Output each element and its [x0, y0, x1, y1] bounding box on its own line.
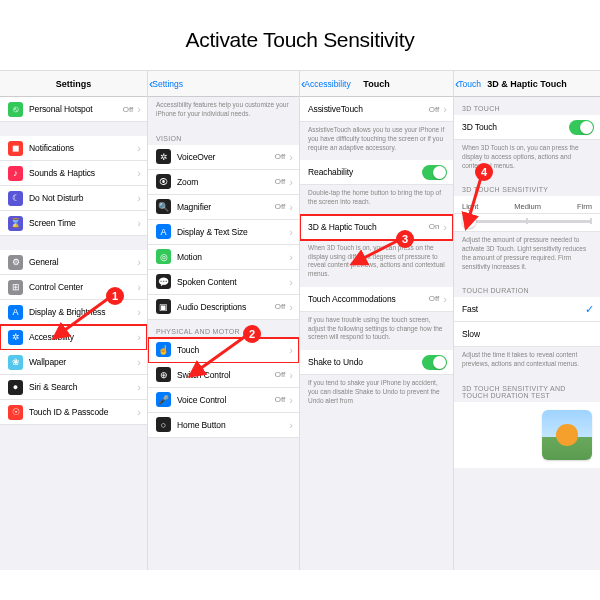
touch-row[interactable]: Shake to Undo [300, 350, 453, 375]
row-label: Touch [177, 345, 287, 355]
chevron-right-icon: › [137, 381, 141, 393]
settings-row[interactable]: ◎Motion› [148, 245, 299, 270]
settings-row[interactable]: ○Home Button› [148, 413, 299, 438]
row-label: Notifications [29, 143, 135, 153]
app-icon: 🎤 [156, 392, 171, 407]
app-icon: ⚙ [8, 255, 23, 270]
settings-row[interactable]: ❀Wallpaper› [0, 350, 147, 375]
settings-row[interactable]: ♪Sounds & Haptics› [0, 161, 147, 186]
chevron-right-icon: › [443, 293, 447, 305]
app-icon: ○ [156, 417, 171, 432]
settings-row[interactable]: ☾Do Not Disturb› [0, 186, 147, 211]
chevron-right-icon: › [137, 281, 141, 293]
panel-accessibility: ‹Settings Accessibility features help yo… [148, 71, 300, 570]
header-3d: ‹Touch 3D & Haptic Touch [454, 71, 600, 97]
settings-row[interactable]: ☉Touch ID & Passcode› [0, 400, 147, 425]
settings-row[interactable]: ⊕Switch ControlOff› [148, 363, 299, 388]
settings-row[interactable]: ●Siri & Search› [0, 375, 147, 400]
row-value: Off [123, 105, 134, 114]
flower-test-image[interactable] [542, 410, 592, 460]
row-label: Display & Brightness [29, 307, 135, 317]
row-label: Fast [462, 304, 585, 314]
chevron-right-icon: › [289, 201, 293, 213]
toggle-switch[interactable] [422, 355, 447, 370]
row-description: If you have trouble using the touch scre… [300, 312, 453, 350]
touch-row[interactable]: Reachability [300, 160, 453, 185]
toggle-switch[interactable] [569, 120, 594, 135]
app-icon: ● [8, 380, 23, 395]
settings-row[interactable]: ▣Audio DescriptionsOff› [148, 295, 299, 320]
chevron-right-icon: › [137, 103, 141, 115]
duration-row[interactable]: Slow [454, 322, 600, 347]
back-button[interactable]: ‹Settings [149, 77, 183, 90]
settings-row[interactable]: 💬Spoken Content› [148, 270, 299, 295]
app-icon: ☾ [8, 191, 23, 206]
row-value: Off [275, 152, 286, 161]
chevron-right-icon: › [137, 167, 141, 179]
settings-row[interactable]: ⎋Personal HotspotOff› [0, 97, 147, 122]
duration-row[interactable]: Fast✓ [454, 297, 600, 322]
settings-row[interactable]: 🎤Voice ControlOff› [148, 388, 299, 413]
row-label: Spoken Content [177, 277, 287, 287]
group-sensitivity-label: 3D TOUCH SENSITIVITY [454, 178, 600, 196]
chevron-right-icon: › [289, 419, 293, 431]
test-image-row [454, 402, 600, 468]
row-label: Screen Time [29, 218, 135, 228]
app-icon: ⊕ [156, 367, 171, 382]
row-label: Motion [177, 252, 287, 262]
header-title: 3D & Haptic Touch [487, 79, 566, 89]
accessibility-desc: Accessibility features help you customiz… [148, 97, 299, 127]
header-settings: Settings [0, 71, 147, 97]
chevron-right-icon: › [289, 226, 293, 238]
header-touch: ‹Accessibility Touch [300, 71, 453, 97]
panel-settings: Settings ⎋Personal HotspotOff›◼Notificat… [0, 71, 148, 570]
checkmark-icon: ✓ [585, 303, 594, 316]
group-3dtouch-label: 3D TOUCH [454, 97, 600, 115]
settings-row[interactable]: ADisplay & Brightness› [0, 300, 147, 325]
row-label: Audio Descriptions [177, 302, 275, 312]
settings-row[interactable]: ☝Touch› [148, 338, 299, 363]
row-label: Wallpaper [29, 357, 135, 367]
desc-duration: Adjust the time it takes to reveal conte… [454, 347, 600, 377]
row-label: VoiceOver [177, 152, 275, 162]
row-label: Siri & Search [29, 382, 135, 392]
row-label: General [29, 257, 135, 267]
back-button[interactable]: ‹Touch [455, 77, 481, 90]
settings-row[interactable]: ◼Notifications› [0, 136, 147, 161]
row-3dtouch-toggle[interactable]: 3D Touch [454, 115, 600, 140]
row-value: Off [275, 302, 286, 311]
slider-knob[interactable] [462, 214, 476, 228]
settings-row[interactable]: 🔍MagnifierOff› [148, 195, 299, 220]
touch-row[interactable]: AssistiveTouchOff› [300, 97, 453, 122]
chevron-right-icon: › [289, 251, 293, 263]
chevron-right-icon: › [137, 356, 141, 368]
sensitivity-slider[interactable] [454, 214, 600, 232]
settings-row[interactable]: ✲VoiceOverOff› [148, 145, 299, 170]
annotation-badge: 3 [396, 230, 414, 248]
settings-row[interactable]: ⦿ZoomOff› [148, 170, 299, 195]
row-label: Reachability [308, 167, 422, 177]
settings-row[interactable]: ⌛Screen Time› [0, 211, 147, 236]
touch-row[interactable]: 3D & Haptic TouchOn› [300, 215, 453, 240]
app-icon: 💬 [156, 274, 171, 289]
back-button[interactable]: ‹Accessibility [301, 77, 351, 90]
app-icon: ⎋ [8, 102, 23, 117]
row-label: Touch ID & Passcode [29, 407, 135, 417]
row-label: Switch Control [177, 370, 275, 380]
panel-touch: ‹Accessibility Touch AssistiveTouchOff›A… [300, 71, 454, 570]
app-icon: ❀ [8, 355, 23, 370]
settings-row[interactable]: ⚙General› [0, 250, 147, 275]
row-label: 3D & Haptic Touch [308, 222, 429, 232]
app-icon: ◎ [156, 249, 171, 264]
chevron-right-icon: › [137, 256, 141, 268]
settings-row[interactable]: ⊞Control Center› [0, 275, 147, 300]
toggle-switch[interactable] [422, 165, 447, 180]
row-label: AssistiveTouch [308, 104, 429, 114]
settings-row[interactable]: ✲Accessibility› [0, 325, 147, 350]
chevron-right-icon: › [137, 406, 141, 418]
row-description: When 3D Touch is on, you can press on th… [300, 240, 453, 287]
app-icon: ◼ [8, 141, 23, 156]
app-icon: ▣ [156, 299, 171, 314]
touch-row[interactable]: Touch AccommodationsOff› [300, 287, 453, 312]
settings-row[interactable]: ADisplay & Text Size› [148, 220, 299, 245]
